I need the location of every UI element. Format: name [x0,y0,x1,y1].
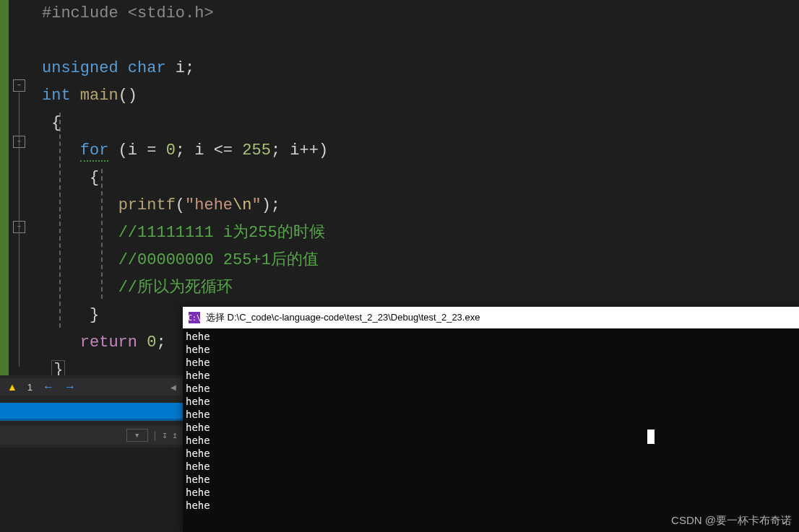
cmd-icon: C:\ [189,312,200,323]
line-printf: printf("hehe\n"); [0,192,799,219]
console-line: hehe [186,356,796,369]
line-decl: unsigned char i; [0,55,799,82]
line-comment-3: //所以为死循环 [0,274,799,302]
line-include: #include <stdio.h> [0,0,799,27]
console-line: hehe [186,395,796,408]
console-line: hehe [186,486,796,499]
line-for: for (i = 0; i <= 255; i++) [0,137,799,165]
console-line: hehe [186,460,796,473]
console-line: hehe [186,447,796,460]
step-out-icon[interactable]: ↥ [172,429,178,441]
console-title: 选择 D:\C_code\c-language-code\test_2_23\D… [206,311,480,324]
console-line: hehe [186,499,796,512]
error-highlight-underline [0,419,183,421]
console-window[interactable]: C:\ 选择 D:\C_code\c-language-code\test_2_… [183,307,799,532]
context-dropdown[interactable]: ▾ [126,429,148,442]
console-line: hehe [186,330,796,343]
line-comment-1: //11111111 i为255的时候 [0,219,799,247]
console-line: hehe [186,408,796,421]
line-main: int main() [0,82,799,110]
console-line: hehe [186,382,796,395]
warning-count: 1 [27,382,33,393]
console-line: hehe [186,434,796,447]
nav-forward-icon[interactable]: → [64,380,76,393]
step-in-icon[interactable]: ↧ [162,429,168,441]
line-comment-2: //00000000 255+1后的值 [0,247,799,274]
watch-toolbar[interactable]: ▾ | ↧ ↥ [0,426,183,445]
separator: | [152,430,158,441]
console-line: hehe [186,369,796,382]
error-highlight-row[interactable] [0,403,183,419]
watermark: CSDN @要一杯卡布奇诺 [671,514,792,528]
line-blank [0,27,799,55]
console-line: hehe [186,421,796,434]
console-line: hehe [186,473,796,486]
console-line: hehe [186,343,796,356]
text-cursor [647,429,655,444]
warning-icon: ▲ [7,381,17,393]
line-open-brace: { [0,110,799,137]
nav-back-icon[interactable]: ← [43,380,54,393]
error-bar[interactable]: ▲ 1 ← → ◀ [0,378,183,396]
nav-dot-icon: ◀ [170,383,176,391]
line-for-open: { [0,165,799,192]
console-titlebar[interactable]: C:\ 选择 D:\C_code\c-language-code\test_2_… [183,307,799,328]
console-output[interactable]: hehe hehe hehe hehe hehe hehe hehe hehe … [183,328,799,513]
